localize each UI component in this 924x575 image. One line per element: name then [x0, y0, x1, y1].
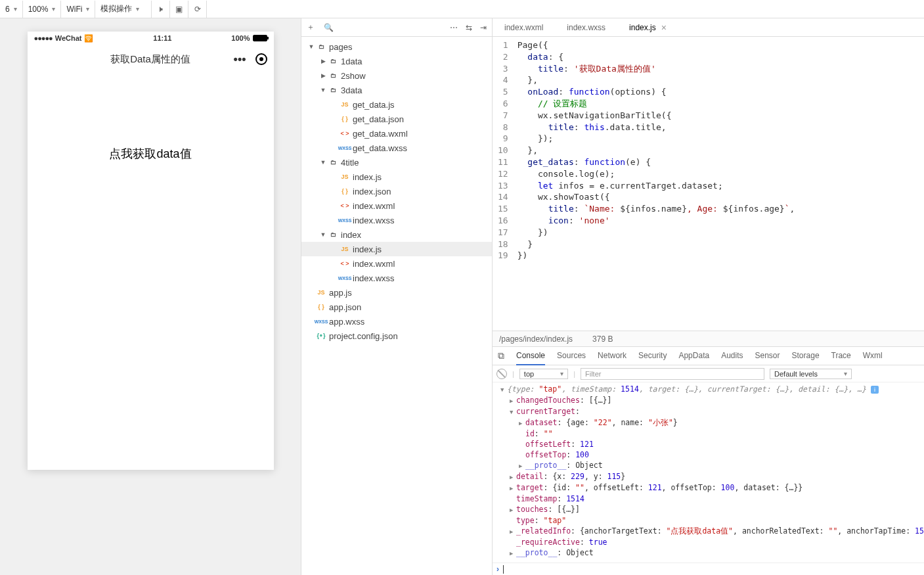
capsule-menu-icon[interactable]: •••: [234, 53, 246, 66]
tree-node-get_data.json[interactable]: ▶{ }get_data.json: [301, 112, 492, 126]
tab-index.js[interactable]: index.js×: [617, 18, 678, 36]
tree-node-app.js[interactable]: ▶JSapp.js: [301, 285, 492, 300]
filter-input[interactable]: Filter: [581, 368, 764, 380]
battery-label: 100%: [231, 34, 250, 42]
tab-index.wxml[interactable]: index.wxml: [493, 18, 555, 36]
tree-node-index.wxss[interactable]: ▶WXSSindex.wxss: [301, 271, 492, 285]
folder-icon: 🗀: [328, 85, 338, 95]
tree-node-1data[interactable]: ▶🗀1data: [301, 54, 492, 68]
network-select[interactable]: WiFi▾: [61, 1, 95, 18]
expand-icon[interactable]: ▶: [510, 483, 516, 494]
device-select[interactable]: 6▾: [0, 1, 23, 18]
tree-node-4title[interactable]: ▼🗀4title: [301, 155, 492, 170]
devtools-tab-console[interactable]: Console: [516, 347, 545, 365]
search-icon[interactable]: 🔍: [324, 23, 334, 32]
file-tree[interactable]: ▼🗀pages▶🗀1data▶🗀2show▼🗀3data▶JSget_data.…: [301, 37, 492, 575]
expand-icon[interactable]: ▶: [510, 472, 516, 482]
close-icon[interactable]: ×: [661, 22, 667, 33]
toggle-icon[interactable]: ▼: [319, 159, 328, 166]
console-line[interactable]: ▶target: {id: "", offsetLeft: 121, offse…: [496, 482, 920, 494]
devtools-tab-trace[interactable]: Trace: [831, 347, 851, 365]
console-output[interactable]: ▼{type: "tap", timeStamp: 1514, target: …: [493, 382, 924, 563]
tab-index.wxss[interactable]: index.wxss: [555, 18, 617, 36]
sim-action-select[interactable]: 模拟操作▾: [95, 1, 152, 18]
devtools-tab-wxml[interactable]: Wxml: [863, 347, 883, 365]
collapse-icon[interactable]: ⇥: [480, 23, 487, 32]
console-line[interactable]: timeStamp: 1514: [496, 494, 920, 504]
tree-node-index.js[interactable]: ▶JSindex.js: [301, 170, 492, 184]
clear-console-icon[interactable]: [496, 369, 507, 379]
console-line[interactable]: ▼currentTarget:: [496, 406, 920, 417]
toggle-icon[interactable]: ▼: [307, 43, 316, 50]
console-line[interactable]: ▶dataset: {age: "22", name: "小张"}: [496, 417, 920, 428]
tree-node-app.wxss[interactable]: ▶WXSSapp.wxss: [301, 314, 492, 329]
expand-icon[interactable]: ▶: [510, 505, 516, 515]
toggle-icon[interactable]: ▼: [319, 87, 328, 93]
mute-icon[interactable]: 🕨: [152, 1, 170, 18]
devtools-tab-audits[interactable]: Audits: [721, 347, 743, 365]
expand-icon[interactable]: ▶: [519, 461, 525, 471]
tree-node-pages[interactable]: ▼🗀pages: [301, 39, 492, 54]
devtools-tab-sources[interactable]: Sources: [557, 347, 586, 365]
layout-icon[interactable]: ▣: [170, 1, 188, 18]
toggle-icon[interactable]: ▼: [319, 231, 328, 238]
console-line[interactable]: type: "tap": [496, 515, 920, 526]
devtools-tab-security[interactable]: Security: [638, 347, 667, 365]
console-line[interactable]: id: "": [496, 428, 920, 439]
rotate-icon[interactable]: ⟳: [188, 1, 207, 18]
tree-node-get_data.js[interactable]: ▶JSget_data.js: [301, 97, 492, 112]
tree-node-2show[interactable]: ▶🗀2show: [301, 68, 492, 83]
tree-node-get_data.wxss[interactable]: ▶WXSSget_data.wxss: [301, 141, 492, 155]
editor-tabs[interactable]: index.wxmlindex.wxssindex.js×: [493, 18, 924, 37]
tree-node-index.js[interactable]: ▶JSindex.js: [301, 242, 492, 256]
console-line[interactable]: ▶__proto__: Object: [496, 547, 920, 559]
toggle-icon[interactable]: ▶: [319, 58, 328, 64]
settings-icon[interactable]: ⇆: [466, 23, 472, 32]
console-line[interactable]: ▶detail: {x: 229, y: 115}: [496, 471, 920, 482]
context-select[interactable]: top▾: [519, 369, 568, 379]
console-line[interactable]: ▶__proto__: Object: [496, 460, 920, 471]
file-label: pages: [329, 42, 352, 52]
add-file-icon[interactable]: ＋: [307, 22, 315, 33]
expand-icon[interactable]: ▶: [519, 418, 525, 428]
console-line[interactable]: ▶_relatedInfo: {anchorTargetText: "点我获取d…: [496, 526, 920, 537]
devtools-tab-appdata[interactable]: AppData: [678, 347, 709, 365]
expand-icon[interactable]: ▼: [500, 384, 507, 395]
chevron-down-icon: ▾: [52, 5, 55, 12]
expand-icon[interactable]: ▼: [510, 407, 516, 417]
expand-icon[interactable]: ▶: [510, 396, 516, 406]
devtools-tab-storage[interactable]: Storage: [792, 347, 820, 365]
zoom-select[interactable]: 100%▾: [23, 1, 62, 18]
console-line[interactable]: _requireActive: true: [496, 537, 920, 547]
devtools-tab-network[interactable]: Network: [598, 347, 627, 365]
toggle-icon[interactable]: ▶: [319, 72, 328, 79]
dock-icon[interactable]: ⧉: [498, 350, 504, 361]
tree-node-index.json[interactable]: ▶{ }index.json: [301, 184, 492, 198]
tree-node-project.config.json[interactable]: ▶{∘}project.config.json: [301, 329, 492, 343]
tree-node-index.wxss[interactable]: ▶WXSSindex.wxss: [301, 213, 492, 227]
more-icon[interactable]: ⋯: [450, 23, 458, 32]
console-line[interactable]: ▼{type: "tap", timeStamp: 1514, target: …: [496, 384, 920, 395]
phone-page[interactable]: 点我获取data值: [28, 74, 274, 470]
expand-icon[interactable]: ▶: [510, 526, 516, 537]
tree-node-get_data.wxml[interactable]: ▶< >get_data.wxml: [301, 126, 492, 141]
devtools-pane: ⧉ ConsoleSourcesNetworkSecurityAppDataAu…: [493, 346, 924, 575]
console-line[interactable]: ▶touches: [{…}]: [496, 504, 920, 515]
console-prompt[interactable]: ›: [493, 563, 924, 575]
levels-select[interactable]: Default levels▾: [770, 369, 852, 379]
devtools-tabs[interactable]: ⧉ ConsoleSourcesNetworkSecurityAppDataAu…: [493, 347, 924, 365]
code-editor[interactable]: 12345678910111213141516171819 Page({ dat…: [493, 37, 924, 331]
console-line[interactable]: ▶changedTouches: [{…}]: [496, 395, 920, 406]
devtools-tab-sensor[interactable]: Sensor: [755, 347, 780, 365]
capsule-close-icon[interactable]: [255, 53, 267, 65]
tap-text[interactable]: 点我获取data值: [109, 147, 191, 160]
console-line[interactable]: offsetTop: 100: [496, 449, 920, 460]
expand-icon[interactable]: ▶: [510, 548, 516, 559]
tree-node-index.wxml[interactable]: ▶< >index.wxml: [301, 256, 492, 271]
tree-node-index.wxml[interactable]: ▶< >index.wxml: [301, 198, 492, 213]
tree-node-3data[interactable]: ▼🗀3data: [301, 83, 492, 97]
code-body[interactable]: Page({ data: { title: '获取Data属性的值' }, on…: [517, 37, 795, 331]
tree-node-app.json[interactable]: ▶{ }app.json: [301, 300, 492, 314]
tree-node-index[interactable]: ▼🗀index: [301, 227, 492, 242]
console-line[interactable]: offsetLeft: 121: [496, 439, 920, 449]
